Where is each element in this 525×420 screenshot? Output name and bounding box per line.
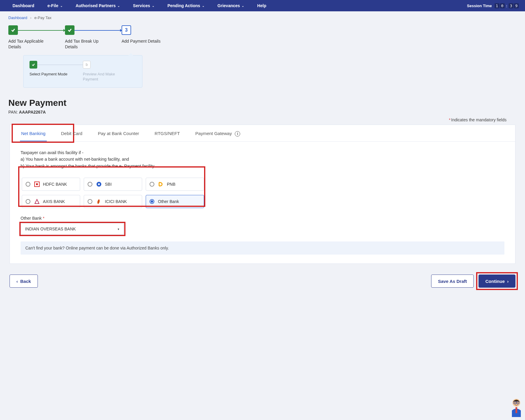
check-icon	[29, 61, 37, 69]
chevron-down-icon: ⌄	[242, 4, 244, 7]
radio-icon	[26, 182, 30, 187]
nav-services[interactable]: Services⌄	[126, 0, 161, 11]
substep-b: b Preview And Make Payment	[83, 61, 136, 82]
session-time-label: Session Time	[467, 4, 492, 8]
save-as-draft-button[interactable]: Save As Draft	[431, 275, 474, 288]
check-icon	[8, 25, 18, 35]
breadcrumb: Dashboard › e-Pay Tax	[0, 11, 525, 22]
substep-panel: Select Payment Mode b Preview And Make P…	[23, 55, 142, 88]
icici-logo-icon	[96, 199, 102, 204]
radio-icon	[88, 199, 92, 204]
page-title-block: New Payment PAN: AAAPA2267A	[0, 88, 525, 116]
chevron-down-icon: ⌄	[152, 4, 154, 7]
back-button[interactable]: ‹ Back	[10, 275, 38, 288]
radio-icon	[150, 182, 154, 187]
step-3: 3 Add Payment Details	[122, 25, 178, 44]
nav-pending-actions[interactable]: Pending Actions⌄	[161, 0, 211, 11]
info-box: Can't find your bank? Online payment can…	[21, 241, 504, 255]
continue-button[interactable]: Continue ›	[479, 275, 515, 288]
other-bank-label: Other Bank*	[21, 216, 504, 221]
hdfc-logo-icon	[34, 181, 40, 187]
nav-dashboard[interactable]: Dashboard	[6, 0, 41, 11]
bank-option-axis[interactable]: AXIS BANK	[22, 195, 80, 208]
tab-pay-at-bank-counter[interactable]: Pay at Bank Counter	[90, 125, 147, 141]
nav-efile[interactable]: e-File⌄	[41, 0, 69, 11]
radio-icon	[26, 199, 30, 204]
svg-point-3	[98, 183, 100, 185]
caret-down-icon: ▾	[118, 227, 119, 231]
step-current-number: 3	[122, 25, 131, 35]
bank-grid: HDFC BANK SBI PNB	[21, 176, 205, 209]
pnb-logo-icon	[158, 181, 164, 187]
session-time-value: 10:39	[494, 3, 519, 8]
chevron-right-icon: ›	[30, 16, 31, 20]
tab-debit-card[interactable]: Debit Card	[53, 125, 90, 141]
radio-icon	[150, 199, 154, 204]
tab-rtgs-neft[interactable]: RTGS/NEFT	[147, 125, 188, 141]
pan-display: PAN: AAAPA2267A	[8, 110, 517, 114]
nav-grievances[interactable]: Grievances⌄	[211, 0, 251, 11]
payment-tabs: Net Banking Debit Card Pay at Bank Count…	[10, 125, 515, 142]
bank-option-icici[interactable]: ICICI BANK	[84, 195, 142, 208]
tab-body-net-banking: Taxpayer can avail this facility if - a)…	[10, 142, 515, 264]
chevron-down-icon: ⌄	[117, 4, 120, 7]
facility-intro: Taxpayer can avail this facility if - a)…	[21, 149, 504, 169]
radio-icon	[88, 182, 92, 187]
info-icon[interactable]: i	[235, 131, 240, 137]
check-icon	[65, 25, 74, 35]
axis-logo-icon	[34, 199, 40, 204]
breadcrumb-current: e-Pay Tax	[34, 16, 52, 20]
bank-option-pnb[interactable]: PNB	[146, 178, 204, 191]
svg-rect-1	[36, 183, 38, 185]
other-bank-select[interactable]: INDIAN OVERSEAS BANK ▾	[21, 223, 124, 235]
substep-pending-marker: b	[83, 61, 91, 69]
bank-option-hdfc[interactable]: HDFC BANK	[22, 178, 80, 191]
sbi-logo-icon	[96, 181, 102, 187]
mandatory-note: *Indicates the mandatory fields	[0, 116, 525, 125]
stepper: Add Tax Applicable Details Add Tax Break…	[0, 22, 525, 50]
top-nav: Dashboard e-File⌄ Authorised Partners⌄ S…	[0, 0, 525, 11]
substep-a: Select Payment Mode	[29, 61, 83, 77]
breadcrumb-root[interactable]: Dashboard	[8, 16, 27, 20]
payment-card: Net Banking Debit Card Pay at Bank Count…	[10, 125, 515, 264]
tab-payment-gateway[interactable]: Payment Gateway i	[188, 125, 248, 141]
page-title: New Payment	[8, 98, 517, 108]
chevron-left-icon: ‹	[16, 279, 18, 284]
footer-actions: ‹ Back Save As Draft Continue ›	[0, 272, 525, 296]
step-2: Add Tax Break Up Details	[65, 25, 122, 50]
bank-option-sbi[interactable]: SBI	[84, 178, 142, 191]
nav-authorised-partners[interactable]: Authorised Partners⌄	[69, 0, 127, 11]
chevron-down-icon: ⌄	[60, 4, 63, 7]
other-bank-field: Other Bank* INDIAN OVERSEAS BANK ▾	[21, 216, 504, 235]
tab-net-banking[interactable]: Net Banking	[13, 125, 53, 141]
step-1: Add Tax Applicable Details	[8, 25, 65, 50]
bank-option-other[interactable]: Other Bank	[146, 195, 204, 208]
chevron-right-icon: ›	[507, 279, 509, 284]
chevron-down-icon: ⌄	[202, 4, 204, 7]
nav-help[interactable]: Help	[251, 0, 273, 11]
